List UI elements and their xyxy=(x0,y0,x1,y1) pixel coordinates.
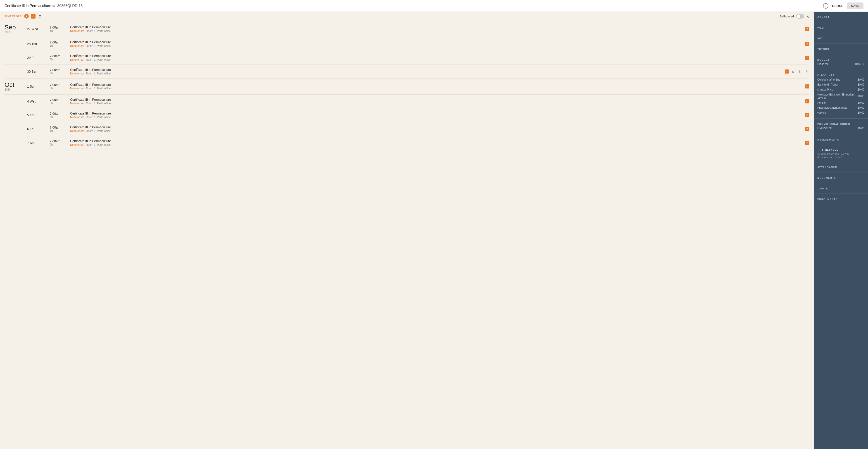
session-checkbox[interactable]: ✓ xyxy=(805,27,809,31)
sidebar-item-web[interactable]: WEB xyxy=(814,22,868,33)
session-row: 4 Wed7:00am6h Certificate III in Permacu… xyxy=(4,95,809,109)
time-main: 7:00am xyxy=(50,54,66,58)
self-paced-area: Self-paced ∧ xyxy=(780,14,809,19)
room-info: Room 1, Perth office xyxy=(86,102,111,105)
self-paced-label: Self-paced xyxy=(780,15,794,18)
sidebar-item-vet[interactable]: VET xyxy=(814,33,868,44)
session-checkbox[interactable]: ✓ xyxy=(805,113,809,117)
session-name: Certificate III in Permaculture xyxy=(70,125,801,129)
session-sub: No tutor set Room 1, Perth office xyxy=(70,102,801,105)
row-actions: ✓ xyxy=(805,27,809,31)
sidebar-item-timetable[interactable]: → TIMETABLE 40 sessions 27 Sep - 19 Nov … xyxy=(814,145,868,162)
course-id: 30868QLDD-15 xyxy=(57,4,83,8)
header-title: Certificate III in Permaculture ⧉ 30868Q… xyxy=(4,4,823,8)
sidebar-item-promotional-codes[interactable]: PROMOTIONAL CODES Flat 25% Off$0.00 xyxy=(814,119,868,134)
external-link-icon[interactable]: ⧉ xyxy=(53,4,55,8)
time-duration: 6h xyxy=(50,115,66,119)
settings-button[interactable]: ⚙ xyxy=(38,14,42,19)
session-name: Certificate III in Permaculture xyxy=(70,98,801,101)
time-duration: 6h xyxy=(50,143,66,146)
date-col: 7 Sat xyxy=(27,141,45,145)
session-info: Certificate III in Permaculture No tutor… xyxy=(70,25,801,33)
sidebar-discounts-label: DISCOUNTS xyxy=(817,74,835,77)
budget-class-fee-row: Class fee $0.00 ✎ xyxy=(817,62,864,66)
self-paced-toggle[interactable] xyxy=(796,14,804,19)
class-fee-edit-icon[interactable]: ✎ xyxy=(862,63,864,66)
right-sidebar: GENERAL WEB VET TUTORS BUDGET Class fee … xyxy=(814,12,868,449)
session-row: Oct20231 Sun7:00am6h Certificate III in … xyxy=(4,79,809,95)
sidebar-item-discounts[interactable]: DISCOUNTS College staff online$0.00Early… xyxy=(814,70,868,119)
timetable-label: TIMETABLE xyxy=(4,15,22,18)
month-year: 2023 xyxy=(4,31,23,34)
room-info: Room 1, Perth office xyxy=(86,116,111,119)
check-all-button[interactable]: ✓ xyxy=(31,14,35,19)
room-info: Room 1, Perth office xyxy=(86,44,111,48)
sidebar-item-documents[interactable]: DOCUMENTS xyxy=(814,173,868,183)
date-col: 27 Wed xyxy=(27,27,45,31)
course-title: Certificate III in Permaculture ⧉ xyxy=(4,4,55,8)
session-checkbox[interactable]: ✓ xyxy=(805,127,809,131)
time-col: 7:00am6h xyxy=(50,40,66,47)
no-tutor-label: No tutor set xyxy=(70,72,84,75)
sidebar-vet-label: VET xyxy=(817,37,823,40)
session-name: Certificate III in Permaculture xyxy=(70,68,780,71)
sidebar-item-general[interactable]: GENERAL xyxy=(814,12,868,22)
delete-icon[interactable]: 🗑 xyxy=(798,69,802,74)
no-tutor-label: No tutor set xyxy=(70,102,84,105)
time-duration: 6h xyxy=(50,58,66,61)
session-checkbox[interactable]: ✓ xyxy=(805,42,809,46)
session-row: 29 Fri7:00am6h Certificate III in Permac… xyxy=(4,51,809,65)
class-fee-value: $0.00 ✎ xyxy=(855,62,864,66)
time-duration: 6h xyxy=(50,29,66,32)
help-icon[interactable]: ? xyxy=(823,3,829,9)
sidebar-item-notes[interactable]: 1 NOTE xyxy=(814,183,868,194)
row-actions: ✓ xyxy=(805,141,809,145)
copy-icon[interactable]: ⧉ xyxy=(790,69,796,74)
no-tutor-label: No tutor set xyxy=(70,87,84,90)
collapse-icon[interactable]: ∧ xyxy=(806,14,809,19)
time-duration: 6h xyxy=(50,72,66,75)
sidebar-item-enrolments[interactable]: ENROLMENTS xyxy=(814,194,868,204)
discount-row: College staff online$0.00 xyxy=(817,77,864,82)
sidebar-enrolments-label: ENROLMENTS xyxy=(817,198,837,201)
session-checkbox[interactable]: ✓ xyxy=(785,69,789,73)
save-button[interactable]: SAVE xyxy=(847,2,864,9)
time-duration: 6h xyxy=(50,44,66,47)
time-main: 7:00am xyxy=(50,40,66,44)
session-sub: No tutor set Room 1, Perth office xyxy=(70,87,801,90)
room-info: Room 1, Perth office xyxy=(86,29,111,33)
add-session-button[interactable]: + xyxy=(24,14,29,19)
session-checkbox[interactable]: ✓ xyxy=(805,99,809,103)
time-main: 7:00am xyxy=(50,140,66,143)
session-checkbox[interactable]: ✓ xyxy=(805,84,809,89)
time-col: 7:00am6h xyxy=(50,26,66,32)
discount-row: Price adjustment manual$0.00 xyxy=(817,105,864,110)
timetable-arrow-row: → TIMETABLE xyxy=(817,148,864,152)
sidebar-item-budget[interactable]: BUDGET Class fee $0.00 ✎ xyxy=(814,54,868,70)
month-col: Oct2023 xyxy=(4,82,23,91)
sidebar-item-tutors[interactable]: TUTORS xyxy=(814,44,868,54)
edit-icon[interactable]: ✎ xyxy=(804,69,809,74)
close-button[interactable]: CLOSE xyxy=(832,4,844,8)
session-name: Certificate III in Permaculture xyxy=(70,54,801,58)
time-col: 7:00am6h xyxy=(50,112,66,119)
sidebar-item-assessments[interactable]: ASSESSMENTS xyxy=(814,134,868,145)
month-col: Sep2023 xyxy=(4,24,23,34)
promo-label: Flat 25% Off xyxy=(817,127,832,130)
sidebar-general-label: GENERAL xyxy=(817,16,831,19)
discount-label: varying xyxy=(817,111,826,114)
discount-value: $0.00 xyxy=(858,106,864,109)
session-checkbox[interactable]: ✓ xyxy=(805,141,809,145)
sidebar-item-attendance[interactable]: ATTENDANCE xyxy=(814,162,868,173)
sidebar-timetable-title: TIMETABLE xyxy=(822,148,838,151)
timetable-section: TIMETABLE + ✓ ⚙ Self-paced ∧ Sep202327 W… xyxy=(0,12,814,449)
time-main: 7:00am xyxy=(50,98,66,101)
discount-row: Manual Price$0.00 xyxy=(817,87,864,92)
session-sub: No tutor set Room 1, Perth office xyxy=(70,58,801,61)
sidebar-assessments-label: ASSESSMENTS xyxy=(817,138,839,141)
date-col: 30 Sat xyxy=(27,70,45,73)
row-actions: ✓ xyxy=(805,84,809,89)
discount-value: $0.00 xyxy=(858,88,864,91)
header-actions: ? CLOSE SAVE xyxy=(823,2,864,9)
session-checkbox[interactable]: ✓ xyxy=(805,56,809,60)
